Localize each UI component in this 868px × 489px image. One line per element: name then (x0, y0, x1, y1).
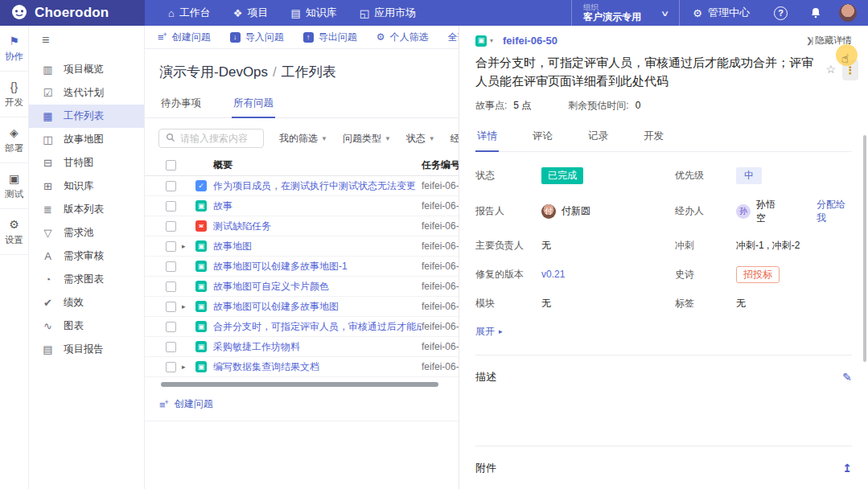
issue-summary-link[interactable]: 故事地图可自定义卡片颜色 (213, 280, 422, 294)
list-tab[interactable]: 待办事项 (159, 93, 203, 117)
expand-all-button[interactable]: 全部展开 (448, 31, 459, 44)
issue-summary-link[interactable]: 故事地图可以创建多故事地图 (213, 300, 422, 314)
sidebar-item[interactable]: 需求图表 (29, 268, 144, 291)
assign-to-me-link[interactable]: 分配给我 (817, 198, 852, 225)
sidebar-item[interactable]: 绩效 (29, 291, 144, 314)
expand-caret-icon[interactable]: ▸ (182, 242, 190, 250)
table-row[interactable]: ▸ 采购敏捷工作坊物料 feifei-06-4 (145, 337, 459, 357)
sidebar-item[interactable]: 需求审核 (29, 244, 144, 268)
row-checkbox[interactable] (166, 281, 176, 292)
more-menu-icon[interactable]: ⋮ (842, 60, 858, 80)
sidebar-item[interactable]: 知识库 (29, 175, 144, 198)
detail-tab[interactable]: 开发 (642, 125, 665, 151)
upload-icon[interactable] (842, 462, 852, 474)
tag-value[interactable]: 无 (736, 297, 852, 310)
sidebar-item[interactable]: 需求池 (29, 221, 144, 244)
issue-summary-link[interactable]: 故事地图可以创建多故事地图-1 (213, 260, 422, 273)
edit-pencil-icon[interactable]: ✎ (842, 372, 852, 383)
row-checkbox[interactable] (166, 241, 176, 252)
export-issue-button[interactable]: 导出问题 (303, 31, 357, 44)
topnav-item[interactable]: 项目 (224, 0, 278, 26)
create-issue-footer-button[interactable]: 创建问题 (145, 387, 459, 421)
org-selector[interactable]: 组织 客户演示专用 ∨ (572, 3, 679, 23)
row-checkbox[interactable] (166, 201, 176, 212)
sidebar-item[interactable]: 故事地图 (29, 128, 144, 151)
table-row[interactable]: ▸ 故事地图 feifei-06-5 (145, 236, 459, 257)
table-row[interactable]: ▸ 编写数据集查询结果文档 feifei-06-4 (145, 357, 459, 377)
expand-fields-link[interactable]: 展开 ▸ (475, 325, 852, 339)
breadcrumb-project[interactable]: 演示专用-DevOps (159, 64, 268, 80)
hamburger-menu-icon[interactable]: ≡ (29, 26, 144, 58)
owner-value[interactable]: 无 (541, 239, 675, 253)
issue-title[interactable]: 合并分支时，可指定评审人员，审核通过后才能成功合并；评审人员能在评审页面详细看到… (475, 53, 817, 91)
row-checkbox[interactable] (166, 342, 176, 352)
row-checkbox[interactable] (166, 261, 176, 272)
detail-tab[interactable]: 评论 (531, 125, 554, 151)
logo-area[interactable]: Choerodon (0, 0, 145, 26)
priority-badge[interactable]: 中 (736, 167, 762, 184)
detail-tab[interactable]: 详情 (475, 125, 499, 152)
table-row[interactable]: ▸ 合并分支时，可指定评审人员，审核通过后才能成功合并... feifei-06… (145, 317, 459, 337)
help-icon[interactable]: ? (774, 6, 788, 20)
topnav-item[interactable]: 知识库 (282, 0, 346, 26)
row-checkbox[interactable] (166, 221, 176, 232)
table-row[interactable]: ▸ 故事地图可自定义卡片颜色 feifei-06-5 (145, 277, 459, 297)
status-badge[interactable]: 已完成 (541, 167, 583, 184)
detail-tab[interactable]: 记录 (586, 125, 610, 151)
notification-bell-icon[interactable] (810, 7, 821, 18)
sprint-value[interactable]: 冲刺-1 , 冲刺-2 (736, 239, 852, 253)
topnav-item[interactable]: 应用市场 (351, 0, 425, 26)
search-input[interactable] (158, 129, 264, 148)
issue-summary-link[interactable]: 合并分支时，可指定评审人员，审核通过后才能成功合并... (213, 320, 422, 334)
import-issue-button[interactable]: 导入问题 (230, 31, 284, 44)
sidebar-item[interactable]: 工作列表 (29, 105, 144, 128)
row-checkbox[interactable] (166, 181, 176, 191)
rail-item[interactable]: 开发 (0, 72, 28, 117)
sidebar-item[interactable]: 图表 (29, 314, 144, 338)
rail-item[interactable]: 测试 (0, 163, 28, 209)
rail-item[interactable]: 协作 (0, 26, 28, 72)
topnav-item[interactable]: 工作台 (159, 0, 220, 26)
epic-badge[interactable]: 招投标 (736, 266, 780, 283)
assignee-value[interactable]: 孙 孙悟空 分配给我 (736, 198, 852, 225)
rail-item[interactable]: 设置 (0, 209, 28, 255)
row-checkbox[interactable] (166, 362, 176, 372)
filter-dropdown[interactable]: 我的筛选 ▼ (279, 132, 327, 146)
vertical-scrollbar[interactable] (863, 135, 866, 362)
hide-detail-button[interactable]: ❯| 隐藏详情 (806, 35, 852, 47)
issue-summary-link[interactable]: 测试缺陷任务 (213, 220, 422, 233)
expand-caret-icon[interactable]: ▸ (182, 302, 190, 310)
table-row[interactable]: ▸ 测试缺陷任务 feifei-06-6 (145, 216, 459, 236)
filter-dropdown[interactable]: 状态 ▼ (406, 132, 435, 146)
issue-id-link[interactable]: feifei-06-50 (503, 35, 557, 47)
issue-summary-link[interactable]: 采购敏捷工作坊物料 (213, 340, 422, 354)
module-value[interactable]: 无 (541, 297, 675, 310)
row-checkbox[interactable] (166, 302, 176, 312)
admin-center-button[interactable]: 管理中心 (680, 6, 763, 20)
list-tab[interactable]: 所有问题 (232, 93, 275, 118)
issue-summary-link[interactable]: 编写数据集查询结果文档 (213, 360, 422, 374)
issue-summary-link[interactable]: 故事地图 (213, 240, 422, 253)
table-row[interactable]: ▸ 故事地图可以创建多故事地图-1 feifei-06-5 (145, 257, 459, 277)
table-row[interactable]: ▸ 作为项目成员，在测试执行中测试状态无法变更 feifei-06-7 (145, 176, 459, 196)
sidebar-item[interactable]: 版本列表 (29, 198, 144, 221)
issue-summary-link[interactable]: 作为项目成员，在测试执行中测试状态无法变更 (213, 179, 422, 193)
issue-type-dropdown[interactable]: ▾ (475, 35, 493, 47)
issue-summary-link[interactable]: 故事 (213, 199, 422, 213)
expand-caret-icon[interactable]: ▸ (182, 363, 190, 371)
sidebar-item[interactable]: 甘特图 (29, 151, 144, 175)
star-icon[interactable]: ☆ (825, 64, 836, 75)
reporter-value[interactable]: 付 付新圆 (541, 204, 675, 219)
user-avatar[interactable] (839, 4, 857, 22)
fix-version-link[interactable]: v0.21 (541, 269, 565, 280)
sidebar-item[interactable]: 项目概览 (29, 58, 144, 81)
filter-dropdown[interactable]: 问题类型 ▼ (343, 132, 391, 146)
personal-filter-button[interactable]: 个人筛选 (376, 31, 429, 44)
create-issue-button[interactable]: 创建问题 (158, 31, 211, 44)
filter-dropdown[interactable]: 经办人 ▼ (450, 132, 459, 146)
sidebar-item[interactable]: 项目报告 (29, 338, 144, 361)
table-row[interactable]: ▸ 故事地图可以创建多故事地图 feifei-06-5 (145, 297, 459, 317)
row-checkbox[interactable] (166, 322, 176, 332)
select-all-checkbox[interactable] (166, 160, 176, 171)
rail-item[interactable]: 部署 (0, 117, 28, 163)
